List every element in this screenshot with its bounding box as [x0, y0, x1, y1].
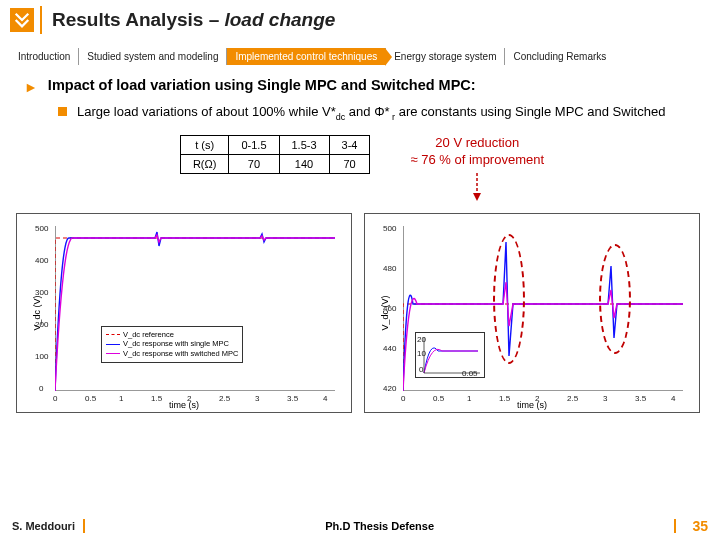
xtick: 1.5 — [499, 394, 510, 403]
plot-left — [55, 226, 335, 391]
xtick: 3.5 — [635, 394, 646, 403]
footer-divider — [83, 519, 85, 533]
footer-author: S. Meddouri — [12, 520, 75, 532]
xlabel-left: time (s) — [169, 400, 199, 410]
tab-studied-system[interactable]: Studied system and modeling — [79, 48, 227, 65]
title-main: Results Analysis – — [52, 9, 224, 30]
xtick: 0 — [401, 394, 405, 403]
ytick: 500 — [383, 224, 396, 233]
xtick: 3.5 — [287, 394, 298, 403]
cell: R(Ω) — [180, 154, 229, 173]
ytick: 100 — [35, 352, 48, 361]
title-italic: load change — [224, 9, 335, 30]
body-sub1: dc — [336, 112, 346, 122]
annotation-block: 20 V reduction ≈ 76 % of improvement — [410, 135, 544, 201]
legend-label: V_dc response with single MPC — [123, 339, 229, 349]
xtick: 1.5 — [151, 394, 162, 403]
inset-xtick: 0.05 — [462, 369, 478, 378]
tab-concluding[interactable]: Concluding Remarks — [505, 48, 614, 65]
slide-footer: S. Meddouri Ph.D Thesis Defense 35 — [0, 518, 720, 534]
cell: 140 — [279, 154, 329, 173]
legend-row: V_dc response with switched MPC — [106, 349, 238, 359]
annotation-text: 20 V reduction ≈ 76 % of improvement — [410, 135, 544, 169]
xtick: 3 — [603, 394, 607, 403]
xtick: 1 — [119, 394, 123, 403]
annot-line1: 20 V reduction — [435, 135, 519, 150]
annotation-arrow-icon — [410, 173, 544, 201]
tab-energy-storage[interactable]: Energy storage system — [386, 48, 505, 65]
cell: 3-4 — [329, 135, 370, 154]
slide-title: Results Analysis – load change — [52, 9, 335, 31]
cell: 0-1.5 — [229, 135, 279, 154]
ylabel-right: V_dc (V) — [380, 295, 390, 330]
ytick: 0 — [39, 384, 43, 393]
ytick: 400 — [35, 256, 48, 265]
ytick: 420 — [383, 384, 396, 393]
ytick: 200 — [35, 320, 48, 329]
highlight-oval-1 — [493, 234, 525, 364]
inset-ytick: 10 — [417, 349, 426, 358]
legend-row: V_dc response with single MPC — [106, 339, 238, 349]
logo-arrow-icon — [10, 8, 34, 32]
nav-tabs: Introduction Studied system and modeling… — [10, 48, 710, 65]
footer-divider — [674, 519, 676, 533]
table-row: t (s) 0-1.5 1.5-3 3-4 — [180, 135, 370, 154]
xtick: 4 — [323, 394, 327, 403]
xlabel-right: time (s) — [517, 400, 547, 410]
xtick: 3 — [255, 394, 259, 403]
inset-ytick: 20 — [417, 335, 426, 344]
content-area: ► Impact of load variation using Single … — [0, 77, 720, 201]
charts-row: V_dc (V) time (s) 500 400 300 200 100 0 … — [0, 213, 720, 413]
table-annotation-wrap: t (s) 0-1.5 1.5-3 3-4 R(Ω) 70 140 70 20 … — [24, 135, 700, 201]
chart-right: V_dc (V) time (s) 500 480 460 440 420 0 … — [364, 213, 700, 413]
xtick: 0 — [53, 394, 57, 403]
tab-introduction[interactable]: Introduction — [10, 48, 79, 65]
table-row: R(Ω) 70 140 70 — [180, 154, 370, 173]
body-row: Large load variations of about 100% whil… — [58, 103, 700, 123]
xtick: 0.5 — [433, 394, 444, 403]
legend-box: V_dc reference V_dc response with single… — [101, 326, 243, 363]
body-pre: Large load variations of about 100% whil… — [77, 104, 336, 119]
inset-chart: 20 10 0 0.05 — [415, 332, 485, 378]
body-text: Large load variations of about 100% whil… — [77, 103, 665, 123]
cell: 70 — [229, 154, 279, 173]
annot-line2: ≈ 76 % of improvement — [410, 152, 544, 167]
heading-row: ► Impact of load variation using Single … — [24, 77, 700, 95]
legend-row: V_dc reference — [106, 330, 238, 340]
xtick: 2.5 — [219, 394, 230, 403]
legend-label: V_dc reference — [123, 330, 174, 340]
ytick: 440 — [383, 344, 396, 353]
chart-left: V_dc (V) time (s) 500 400 300 200 100 0 … — [16, 213, 352, 413]
xtick: 2 — [535, 394, 539, 403]
load-table: t (s) 0-1.5 1.5-3 3-4 R(Ω) 70 140 70 — [180, 135, 371, 174]
xtick: 4 — [671, 394, 675, 403]
legend-label: V_dc response with switched MPC — [123, 349, 238, 359]
body-mid: and Φ* — [345, 104, 389, 119]
inset-ytick: 0 — [419, 365, 423, 374]
ytick: 460 — [383, 304, 396, 313]
slide-header: Results Analysis – load change — [0, 0, 720, 44]
section-heading: Impact of load variation using Single MP… — [48, 77, 476, 93]
body-post: are constants using Single MPC and Switc… — [395, 104, 665, 119]
cell: t (s) — [180, 135, 229, 154]
xtick: 1 — [467, 394, 471, 403]
footer-center: Ph.D Thesis Defense — [93, 520, 666, 532]
ytick: 300 — [35, 288, 48, 297]
xtick: 0.5 — [85, 394, 96, 403]
footer-page: 35 — [692, 518, 708, 534]
ytick: 480 — [383, 264, 396, 273]
tab-implemented-control[interactable]: Implemented control techniques — [227, 48, 386, 65]
highlight-oval-2 — [599, 244, 631, 354]
cell: 1.5-3 — [279, 135, 329, 154]
square-bullet-icon — [58, 107, 67, 116]
arrow-bullet-icon: ► — [24, 79, 38, 95]
header-divider — [40, 6, 42, 34]
cell: 70 — [329, 154, 370, 173]
ytick: 500 — [35, 224, 48, 233]
xtick: 2.5 — [567, 394, 578, 403]
xtick: 2 — [187, 394, 191, 403]
